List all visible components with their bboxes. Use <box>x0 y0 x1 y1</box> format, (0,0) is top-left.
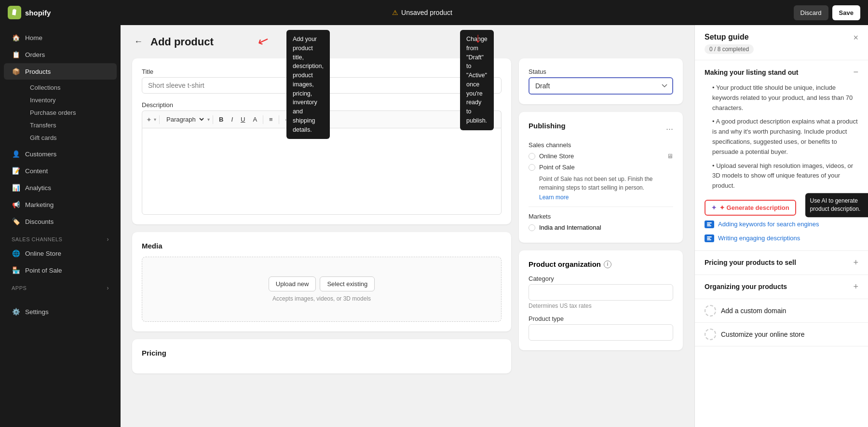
sidebar-item-orders[interactable]: 📋 Orders <box>4 46 117 63</box>
topbar: shopify ⚠ Unsaved product Discard Save <box>0 0 868 25</box>
paragraph-select[interactable]: Paragraph <box>163 114 205 124</box>
online-store-channel: Online Store 🖥 <box>529 151 673 162</box>
markets-label: Markets <box>529 213 673 220</box>
topbar-left: shopify <box>8 6 51 19</box>
sidebar-section-apps: Apps › <box>0 279 121 293</box>
bullet-3: • Upload several high resolution images,… <box>712 161 858 191</box>
category-label: Category <box>529 275 673 282</box>
select-existing-button[interactable]: Select existing <box>320 276 375 291</box>
customers-icon: 👤 <box>12 150 20 158</box>
shopify-logo-icon <box>8 6 21 19</box>
pos-radio[interactable] <box>529 164 535 171</box>
setup-link-descriptions[interactable]: Writing engaging descriptions <box>705 234 858 244</box>
descriptions-link-icon <box>705 234 714 242</box>
sidebar-item-online-store[interactable]: 🌐 Online Store <box>4 245 117 262</box>
sidebar-item-settings[interactable]: ⚙️ Settings <box>4 303 117 320</box>
customize-circle-icon <box>705 329 716 340</box>
sidebar-item-products[interactable]: 📦 Products <box>4 63 117 80</box>
sidebar-item-discounts[interactable]: 🏷️ Discounts <box>4 213 117 230</box>
page-header-container: ← Add product Add your product title, de… <box>132 35 683 58</box>
page-header: ← Add product <box>132 35 683 49</box>
setup-section-listing-content: • Your product title should be unique, i… <box>705 83 858 244</box>
setup-header-info: Setup guide 0 / 8 completed <box>705 33 754 54</box>
bold-button[interactable]: B <box>216 114 226 125</box>
sidebar-item-analytics[interactable]: 📊 Analytics <box>4 179 117 196</box>
save-button[interactable]: Save <box>832 5 860 20</box>
svg-rect-5 <box>707 239 711 240</box>
sidebar-label-settings: Settings <box>25 308 49 316</box>
pos-note: Point of Sale has not been set up. Finis… <box>539 175 673 192</box>
keywords-link-text: Adding keywords for search engines <box>718 220 819 230</box>
svg-rect-4 <box>707 238 710 239</box>
media-upload-area: Upload new Select existing Accepts image… <box>142 257 502 322</box>
product-org-title-text: Product organization <box>529 260 601 268</box>
sidebar-item-gift-cards[interactable]: Gift cards <box>25 132 117 144</box>
generate-description-button[interactable]: ✦ ✦ Generate description <box>705 200 796 216</box>
home-icon: 🏠 <box>12 33 20 42</box>
description-editor[interactable] <box>142 128 502 215</box>
sidebar-label-home: Home <box>25 34 42 41</box>
sidebar-item-marketing[interactable]: 📢 Marketing <box>4 196 117 213</box>
warning-icon: ⚠ <box>392 9 398 16</box>
sidebar-item-inventory[interactable]: Inventory <box>25 94 117 106</box>
toolbar-divider-2 <box>213 115 213 124</box>
sidebar-section-sales: Sales channels › <box>0 230 121 245</box>
discard-button[interactable]: Discard <box>794 5 828 20</box>
back-button[interactable]: ← <box>132 35 145 49</box>
setup-section-organizing-toggle[interactable]: + <box>853 282 858 292</box>
sidebar-label-pos: Point of Sale <box>25 267 62 274</box>
domain-title-text: Add a custom domain <box>721 307 786 315</box>
status-label: Status <box>529 68 673 75</box>
generate-btn-label: ✦ Generate description <box>719 204 789 211</box>
setup-section-listing-header[interactable]: Making your listing stand out − <box>705 67 858 77</box>
paragraph-arrow: ▾ <box>207 117 210 122</box>
bullet-1: • Your product title should be unique, i… <box>712 83 858 113</box>
magic-toolbar-icon: ✦ <box>146 116 152 124</box>
sales-channels-expand-icon[interactable]: › <box>107 236 109 243</box>
sidebar-item-point-of-sale[interactable]: 🏪 Point of Sale <box>4 262 117 278</box>
add-domain-item[interactable]: Add a custom domain <box>695 299 868 323</box>
content-wrapper: ← Add product Add your product title, de… <box>121 25 694 427</box>
setup-close-button[interactable]: × <box>853 33 858 43</box>
status-select[interactable]: Draft Active <box>529 77 673 95</box>
online-store-icon: 🌐 <box>12 249 20 258</box>
toolbar-divider-3 <box>263 115 263 124</box>
category-input[interactable] <box>529 284 673 301</box>
italic-button[interactable]: I <box>228 114 236 125</box>
product-type-input[interactable] <box>529 324 673 341</box>
setup-section-pricing-toggle[interactable]: + <box>853 258 858 268</box>
sidebar-item-home[interactable]: 🏠 Home <box>4 29 117 46</box>
sidebar-label-products: Products <box>25 68 51 75</box>
upload-new-button[interactable]: Upload new <box>269 276 316 291</box>
align-button[interactable]: ≡ <box>266 114 276 125</box>
sidebar-item-customers[interactable]: 👤 Customers <box>4 146 117 162</box>
setup-section-organizing: Organizing your products + <box>695 275 868 299</box>
publishing-header: Publishing ··· <box>529 122 673 137</box>
setup-section-organizing-header[interactable]: Organizing your products + <box>705 282 858 292</box>
online-store-text: Online Store <box>539 152 574 160</box>
product-org-title: Product organization i <box>529 260 673 268</box>
logo-text: shopify <box>25 9 51 17</box>
learn-more-link[interactable]: Learn more <box>539 194 673 201</box>
pricing-title: Pricing <box>142 349 502 357</box>
svg-rect-2 <box>707 225 711 226</box>
apps-expand-icon[interactable]: › <box>107 285 109 291</box>
sidebar-item-collections[interactable]: Collections <box>25 82 117 94</box>
sidebar-sub-products: Collections Inventory Purchase orders Tr… <box>0 80 121 145</box>
setup-link-keywords[interactable]: Adding keywords for search engines <box>705 220 858 230</box>
publishing-card: Publishing ··· Sales channels Online Sto… <box>519 112 683 243</box>
setup-section-pricing-header[interactable]: Pricing your products to sell + <box>705 258 858 268</box>
underline-button[interactable]: U <box>238 114 248 125</box>
customize-store-item[interactable]: Customize your online store <box>695 323 868 346</box>
market-radio[interactable] <box>529 224 535 231</box>
setup-section-listing-toggle[interactable]: − <box>853 67 858 77</box>
sidebar-item-purchase-orders[interactable]: Purchase orders <box>25 107 117 119</box>
topbar-right: Discard Save <box>794 5 860 20</box>
publishing-more-icon[interactable]: ··· <box>666 124 673 134</box>
sidebar-item-transfers[interactable]: Transfers <box>25 119 117 131</box>
online-store-radio[interactable] <box>529 153 535 160</box>
sidebar-item-content[interactable]: 📝 Content <box>4 163 117 179</box>
product-org-info-icon[interactable]: i <box>604 261 611 268</box>
toolbar-dropdown-arrow: ▾ <box>154 117 156 122</box>
font-color-button[interactable]: A <box>250 114 260 125</box>
